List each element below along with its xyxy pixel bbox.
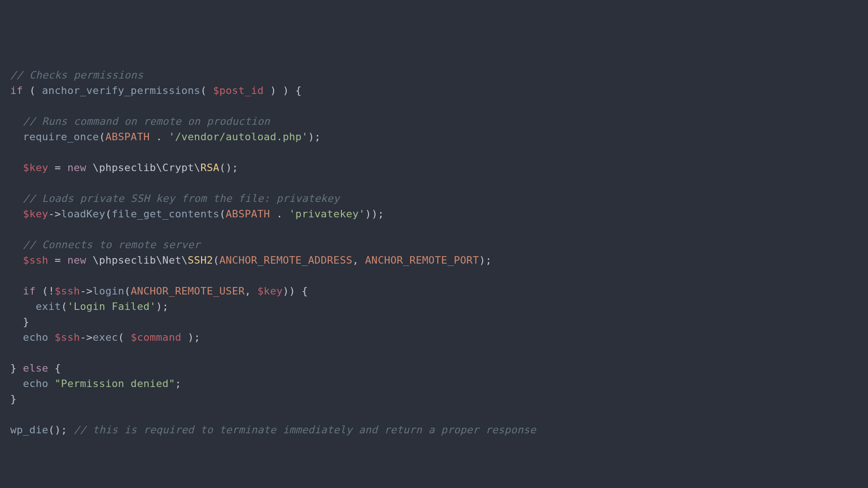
punct: ( (105, 208, 112, 220)
punct: , (245, 285, 257, 297)
function-call: file_get_contents (112, 208, 219, 220)
punct: (! (36, 285, 55, 297)
operator: = (48, 254, 67, 266)
keyword-echo: echo (23, 331, 48, 343)
code-block: // Checks permissions if ( anchor_verify… (10, 67, 858, 438)
function-call: exit (36, 301, 61, 312)
punct: , (352, 254, 365, 266)
string: 'privatekey' (289, 208, 365, 220)
brace-close: } (10, 362, 23, 374)
punct: ( (99, 131, 106, 143)
comment-line: // this is required to terminate immedia… (73, 424, 536, 436)
operator: = (48, 162, 67, 173)
indent (10, 378, 23, 389)
variable: $command (130, 331, 181, 343)
constant: ABSPATH (226, 208, 270, 220)
keyword-new: new (67, 254, 87, 266)
keyword-if: if (23, 285, 36, 297)
space (48, 331, 55, 343)
brace-close: } (10, 316, 29, 328)
keyword-if: if (10, 85, 23, 96)
keyword-echo: echo (23, 378, 48, 389)
comment-line: // Connects to remote server (10, 239, 200, 251)
comment-line: // Loads private SSH key from the file: … (10, 193, 340, 204)
punct: ( (213, 254, 219, 266)
variable: $key (257, 285, 282, 297)
indent (10, 131, 23, 143)
comment-line: // Runs command on remote on production (10, 115, 270, 127)
string: 'Login Failed' (67, 301, 156, 312)
indent (10, 162, 23, 173)
punct: ( (118, 331, 130, 343)
indent (10, 331, 23, 343)
arrow-op: -> (48, 208, 61, 220)
punct: ( (200, 85, 213, 96)
function-call: anchor_verify_permissions (42, 85, 201, 96)
indent (10, 208, 23, 220)
variable: $ssh (55, 331, 80, 343)
space (48, 378, 55, 389)
constant: ABSPATH (105, 131, 150, 143)
indent (10, 285, 23, 297)
constant: ANCHOR_REMOTE_ADDRESS (219, 254, 352, 266)
constant: ANCHOR_REMOTE_USER (130, 285, 245, 297)
punct: )) { (282, 285, 308, 297)
string: "Permission denied" (55, 378, 175, 389)
class-name: SSH2 (188, 254, 213, 266)
variable: $ssh (23, 254, 48, 266)
variable: $key (23, 208, 48, 220)
punct: )); (365, 208, 384, 220)
method-call: login (93, 285, 124, 297)
namespace: \phpseclib\Crypt\ (87, 162, 201, 173)
constant: ANCHOR_REMOTE_PORT (365, 254, 479, 266)
indent (10, 254, 23, 266)
brace-close: } (10, 393, 17, 405)
punct: ; (175, 378, 181, 389)
space (67, 424, 74, 436)
namespace: \phpseclib\Net\ (87, 254, 188, 266)
method-call: exec (93, 331, 118, 343)
brace-open: { (48, 362, 61, 374)
punct: (); (48, 424, 67, 436)
punct: ) ) { (264, 85, 302, 96)
keyword-else: else (23, 362, 48, 374)
keyword-require: require_once (23, 131, 99, 143)
punct: ); (479, 254, 492, 266)
punct: ); (181, 331, 201, 343)
comment-line: // Checks permissions (10, 69, 143, 81)
operator: . (150, 131, 169, 143)
method-call: loadKey (61, 208, 105, 220)
punct: ( (61, 301, 67, 312)
variable: $ssh (55, 285, 80, 297)
punct: (); (219, 162, 239, 173)
indent (10, 301, 36, 312)
operator: . (270, 208, 289, 220)
punct: ); (308, 131, 321, 143)
function-call: wp_die (10, 424, 48, 436)
punct: ( (219, 208, 226, 220)
arrow-op: -> (80, 331, 93, 343)
variable: $post_id (213, 85, 263, 96)
punct: ); (156, 301, 169, 312)
variable: $key (23, 162, 48, 173)
string: '/vendor/autoload.php' (169, 131, 308, 143)
punct: ( (23, 85, 42, 96)
keyword-new: new (67, 162, 87, 173)
class-name: RSA (200, 162, 219, 173)
arrow-op: -> (80, 285, 93, 297)
punct: ( (124, 285, 131, 297)
